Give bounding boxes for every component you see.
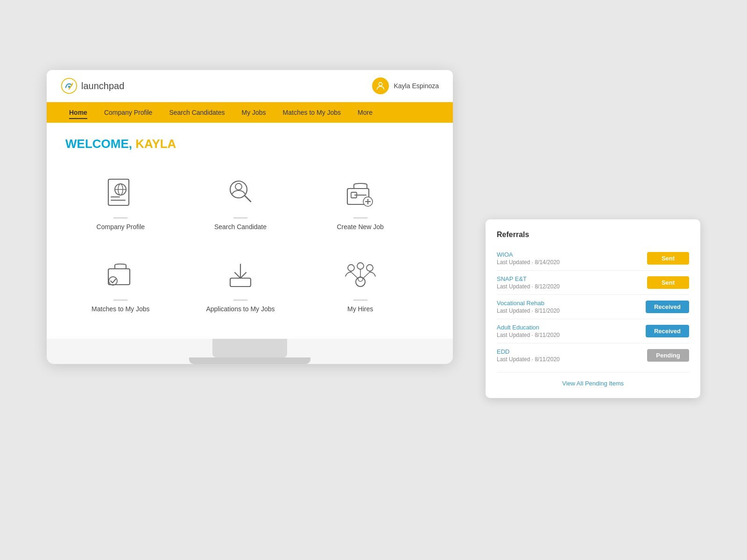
company-profile-icon: [102, 175, 139, 212]
card-matches-label: Matches to My Jobs: [92, 305, 150, 313]
card-company-profile-label: Company Profile: [97, 223, 145, 231]
svg-line-27: [351, 272, 358, 278]
card-company-profile[interactable]: Company Profile: [65, 165, 176, 238]
card-applications[interactable]: Applications to My Jobs: [185, 247, 296, 320]
svg-rect-20: [230, 278, 251, 287]
card-applications-label: Applications to My Jobs: [206, 305, 275, 313]
create-new-job-icon: [342, 175, 379, 212]
main-content: WELCOME, KAYLA: [47, 123, 453, 339]
referral-date-snap: Last Updated · 8/12/2020: [497, 283, 560, 290]
my-hires-icon: [342, 257, 379, 294]
welcome-heading: WELCOME, KAYLA: [65, 137, 434, 151]
referral-row-vr: Vocational Rehab Last Updated · 8/11/202…: [497, 295, 689, 319]
view-all-pending-link[interactable]: View All Pending Items: [497, 380, 689, 387]
monitor-screen: launchpad Kayla Espinoza Home Company Pr…: [47, 70, 453, 339]
svg-point-2: [379, 83, 382, 86]
referral-info-snap: SNAP E&T Last Updated · 8/12/2020: [497, 275, 560, 290]
card-divider: [113, 300, 127, 301]
svg-line-11: [245, 196, 251, 202]
referral-name-vr[interactable]: Vocational Rehab: [497, 300, 560, 307]
referral-badge-vr: Received: [646, 301, 689, 313]
card-divider: [233, 300, 247, 301]
referral-info-wioa: WIOA Last Updated · 8/14/2020: [497, 251, 560, 266]
referral-info-ae: Adult Education Last Updated · 8/11/2020: [497, 324, 560, 338]
page-wrapper: launchpad Kayla Espinoza Home Company Pr…: [47, 70, 700, 490]
card-create-new-job[interactable]: Create New Job: [305, 165, 416, 238]
svg-point-25: [356, 277, 365, 287]
nav-item-more[interactable]: More: [349, 102, 381, 123]
svg-point-1: [68, 86, 70, 88]
card-divider: [353, 300, 367, 301]
referral-badge-wioa: Sent: [647, 252, 689, 265]
card-my-hires[interactable]: My Hires: [305, 247, 416, 320]
referral-info-edd: EDD Last Updated · 8/11/2020: [497, 348, 560, 363]
referrals-panel: Referrals WIOA Last Updated · 8/14/2020 …: [486, 219, 700, 398]
matches-to-my-jobs-icon: [102, 257, 139, 294]
card-divider: [233, 217, 247, 218]
nav-item-matches[interactable]: Matches to My Jobs: [275, 102, 350, 123]
monitor-frame: launchpad Kayla Espinoza Home Company Pr…: [47, 70, 453, 364]
nav-item-search-candidates[interactable]: Search Candidates: [161, 102, 233, 123]
panel-divider: [497, 372, 689, 372]
card-matches-to-my-jobs[interactable]: Matches to My Jobs: [65, 247, 176, 320]
nav-item-home[interactable]: Home: [61, 102, 96, 123]
referral-date-edd: Last Updated · 8/11/2020: [497, 356, 560, 363]
card-divider: [353, 217, 367, 218]
svg-line-28: [363, 272, 370, 278]
referral-name-snap[interactable]: SNAP E&T: [497, 275, 560, 282]
welcome-prefix: WELCOME,: [65, 137, 132, 151]
referral-name-edd[interactable]: EDD: [497, 348, 560, 355]
launchpad-logo-icon: [61, 77, 78, 94]
referral-badge-edd: Pending: [647, 349, 689, 362]
welcome-name: KAYLA: [135, 137, 176, 151]
svg-point-10: [235, 183, 242, 190]
card-divider: [113, 217, 127, 218]
referrals-title: Referrals: [497, 231, 689, 239]
referral-badge-snap: Sent: [647, 276, 689, 289]
svg-point-22: [348, 265, 354, 271]
card-search-candidate[interactable]: Search Candidate: [185, 165, 296, 238]
nav-item-company-profile[interactable]: Company Profile: [96, 102, 161, 123]
svg-point-19: [109, 277, 117, 285]
card-search-candidate-label: Search Candidate: [214, 223, 267, 231]
referral-name-wioa[interactable]: WIOA: [497, 251, 560, 258]
applications-icon: [222, 257, 259, 294]
dashboard-grid: Company Profile Search Candidate: [65, 165, 416, 320]
user-name-label: Kayla Espinoza: [394, 82, 439, 90]
svg-point-23: [357, 263, 364, 269]
user-avatar-icon[interactable]: [372, 77, 389, 94]
referral-name-ae[interactable]: Adult Education: [497, 324, 560, 331]
user-area: Kayla Espinoza: [372, 77, 439, 94]
search-candidate-icon: [222, 175, 259, 212]
svg-point-24: [366, 265, 373, 271]
navigation-bar: Home Company Profile Search Candidates M…: [47, 102, 453, 123]
referral-row-edd: EDD Last Updated · 8/11/2020 Pending: [497, 343, 689, 367]
monitor-stand: [212, 339, 287, 357]
card-my-hires-label: My Hires: [347, 305, 373, 313]
referral-row-ae: Adult Education Last Updated · 8/11/2020…: [497, 319, 689, 343]
app-header: launchpad Kayla Espinoza: [47, 70, 453, 102]
referral-row-snap: SNAP E&T Last Updated · 8/12/2020 Sent: [497, 271, 689, 295]
referral-badge-ae: Received: [646, 325, 689, 337]
referral-date-vr: Last Updated · 8/11/2020: [497, 308, 560, 314]
card-create-new-job-label: Create New Job: [337, 223, 383, 231]
referral-info-vr: Vocational Rehab Last Updated · 8/11/202…: [497, 300, 560, 314]
monitor-base: [189, 357, 310, 364]
referral-date-ae: Last Updated · 8/11/2020: [497, 332, 560, 338]
logo-area: launchpad: [61, 77, 124, 94]
referral-date-wioa: Last Updated · 8/14/2020: [497, 259, 560, 266]
logo-text: launchpad: [81, 81, 124, 91]
nav-item-my-jobs[interactable]: My Jobs: [233, 102, 274, 123]
referral-row-wioa: WIOA Last Updated · 8/14/2020 Sent: [497, 246, 689, 271]
